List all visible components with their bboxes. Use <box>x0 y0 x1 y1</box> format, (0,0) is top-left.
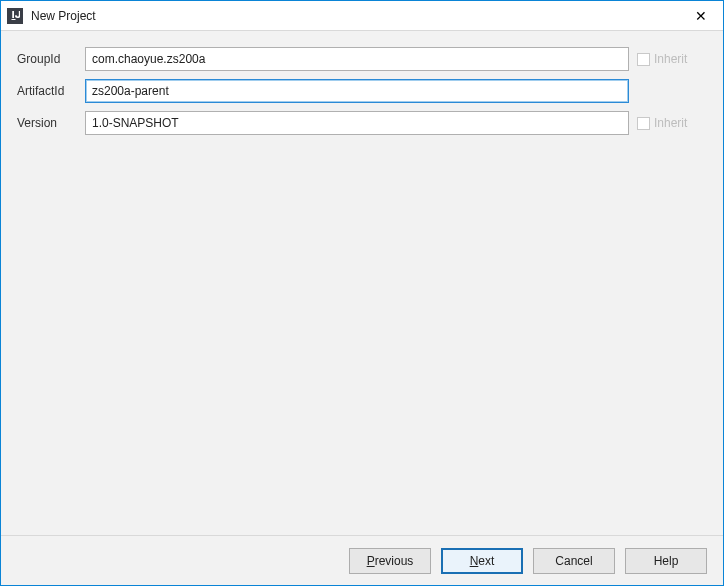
window-title: New Project <box>31 9 678 23</box>
close-icon: ✕ <box>695 8 707 24</box>
help-button[interactable]: Help <box>625 548 707 574</box>
groupid-label: GroupId <box>17 52 77 66</box>
close-button[interactable]: ✕ <box>678 1 723 31</box>
previous-button[interactable]: Previous <box>349 548 431 574</box>
intellij-icon: IJ <box>7 8 23 24</box>
cancel-button[interactable]: Cancel <box>533 548 615 574</box>
groupid-inherit-checkbox <box>637 53 650 66</box>
new-project-dialog: IJ New Project ✕ GroupId Inherit Artifac… <box>0 0 724 586</box>
artifactid-input[interactable] <box>85 79 629 103</box>
groupid-inherit-label: Inherit <box>654 52 687 66</box>
next-button[interactable]: Next <box>441 548 523 574</box>
groupid-inherit: Inherit <box>637 52 707 66</box>
titlebar: IJ New Project ✕ <box>1 1 723 31</box>
version-input[interactable] <box>85 111 629 135</box>
form-content: GroupId Inherit ArtifactId Version Inher… <box>1 31 723 535</box>
content-spacer <box>17 143 707 535</box>
button-bar: Previous Next Cancel Help <box>1 535 723 585</box>
groupid-input[interactable] <box>85 47 629 71</box>
version-label: Version <box>17 116 77 130</box>
version-row: Version Inherit <box>17 111 707 135</box>
artifactid-label: ArtifactId <box>17 84 77 98</box>
version-inherit: Inherit <box>637 116 707 130</box>
version-inherit-label: Inherit <box>654 116 687 130</box>
version-inherit-checkbox <box>637 117 650 130</box>
groupid-row: GroupId Inherit <box>17 47 707 71</box>
artifactid-row: ArtifactId <box>17 79 707 103</box>
svg-rect-2 <box>12 19 16 20</box>
